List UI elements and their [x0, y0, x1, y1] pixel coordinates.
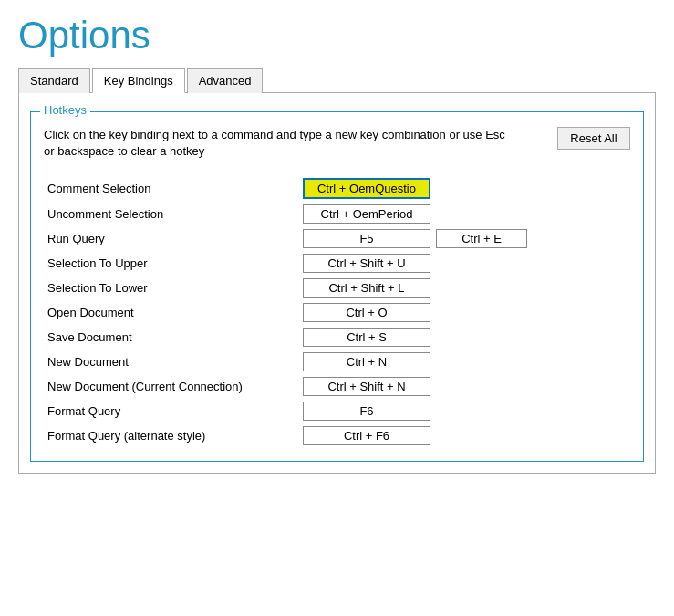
tab-standard[interactable]: Standard: [18, 68, 90, 93]
binding-key-box[interactable]: Ctrl + F6: [303, 426, 430, 445]
binding-key-box[interactable]: Ctrl + O: [303, 303, 430, 322]
binding-key-cell: Ctrl + OemQuestio: [299, 175, 630, 202]
binding-key-box[interactable]: Ctrl + OemPeriod: [303, 204, 430, 224]
binding-key-box[interactable]: Ctrl + OemQuestio: [303, 178, 430, 199]
binding-command-label: Selection To Lower: [44, 276, 299, 300]
bindings-table: Comment SelectionCtrl + OemQuestioUncomm…: [44, 175, 630, 448]
binding-key-box[interactable]: Ctrl + Shift + U: [303, 254, 430, 273]
table-row: New DocumentCtrl + N: [44, 350, 630, 374]
table-row: Open DocumentCtrl + O: [44, 300, 630, 325]
content-area: Hotkeys Click on the key binding next to…: [18, 93, 656, 473]
table-row: Save DocumentCtrl + S: [44, 325, 630, 350]
tab-key-bindings[interactable]: Key Bindings: [92, 68, 185, 93]
page-container: Options Standard Key Bindings Advanced H…: [0, 0, 674, 488]
binding-key-cell: F5Ctrl + E: [299, 226, 630, 251]
table-row: Format QueryF6: [44, 399, 630, 423]
tab-advanced[interactable]: Advanced: [187, 68, 264, 93]
table-row: Selection To UpperCtrl + Shift + U: [44, 251, 630, 276]
binding-command-label: Run Query: [44, 226, 299, 251]
binding-key-box[interactable]: Ctrl + Shift + N: [303, 377, 430, 396]
hotkeys-desc-row: Click on the key binding next to a comma…: [44, 127, 630, 160]
binding-command-label: Open Document: [44, 300, 299, 325]
binding-key-cell: Ctrl + F6: [299, 423, 630, 448]
binding-key-cell: Ctrl + OemPeriod: [299, 202, 630, 226]
tabs-bar: Standard Key Bindings Advanced: [18, 68, 656, 93]
binding-key-cell: Ctrl + N: [299, 350, 630, 374]
table-row: New Document (Current Connection)Ctrl + …: [44, 374, 630, 399]
binding-key-cell: Ctrl + Shift + L: [299, 276, 630, 300]
binding-command-label: New Document (Current Connection): [44, 374, 299, 399]
binding-key-alt-box[interactable]: Ctrl + E: [436, 229, 527, 248]
hotkeys-group: Hotkeys Click on the key binding next to…: [30, 111, 644, 461]
binding-command-label: Uncomment Selection: [44, 202, 299, 226]
reset-all-button[interactable]: Reset All: [557, 127, 630, 150]
binding-command-label: Format Query (alternate style): [44, 423, 299, 448]
binding-key-box[interactable]: F5: [303, 229, 430, 248]
binding-command-label: Comment Selection: [44, 175, 299, 202]
table-row: Comment SelectionCtrl + OemQuestio: [44, 175, 630, 202]
binding-key-cell: Ctrl + S: [299, 325, 630, 350]
group-legend: Hotkeys: [40, 103, 90, 117]
table-row: Run QueryF5Ctrl + E: [44, 226, 630, 251]
binding-key-cell: F6: [299, 399, 630, 423]
binding-command-label: Selection To Upper: [44, 251, 299, 276]
binding-key-cell: Ctrl + Shift + N: [299, 374, 630, 399]
binding-key-cell: Ctrl + O: [299, 300, 630, 325]
binding-key-box[interactable]: Ctrl + Shift + L: [303, 278, 430, 298]
binding-key-box[interactable]: Ctrl + S: [303, 328, 430, 347]
table-row: Format Query (alternate style)Ctrl + F6: [44, 423, 630, 448]
binding-command-label: Format Query: [44, 399, 299, 423]
page-title: Options: [18, 15, 656, 57]
hotkeys-description: Click on the key binding next to a comma…: [44, 127, 518, 160]
binding-key-box[interactable]: F6: [303, 402, 430, 421]
binding-key-cell: Ctrl + Shift + U: [299, 251, 630, 276]
table-row: Selection To LowerCtrl + Shift + L: [44, 276, 630, 300]
binding-key-box[interactable]: Ctrl + N: [303, 352, 430, 371]
binding-command-label: Save Document: [44, 325, 299, 350]
binding-command-label: New Document: [44, 350, 299, 374]
table-row: Uncomment SelectionCtrl + OemPeriod: [44, 202, 630, 226]
